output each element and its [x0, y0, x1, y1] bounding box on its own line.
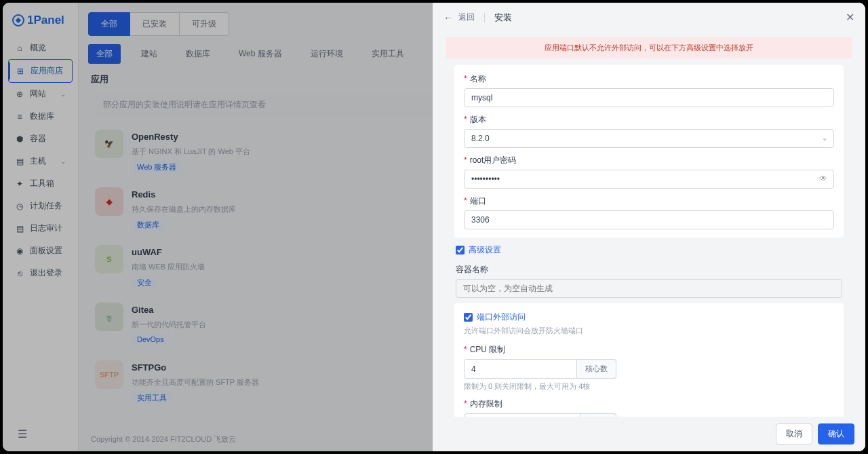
back-arrow-icon[interactable]: ←: [443, 12, 453, 23]
name-input[interactable]: [464, 88, 834, 107]
divider: [484, 13, 485, 22]
confirm-button[interactable]: 确认: [818, 423, 854, 444]
back-label[interactable]: 返回: [458, 12, 475, 23]
container-name-input[interactable]: [456, 279, 842, 298]
cpu-unit: 核心数: [577, 359, 616, 379]
cpu-hint: 限制为 0 则关闭限制，最大可用为 4核: [464, 381, 834, 392]
eye-icon[interactable]: 👁: [819, 174, 827, 183]
port-label: *端口: [464, 195, 834, 207]
install-drawer: ← 返回 安装 ✕ 应用端口默认不允许外部访问，可以在下方高级设置中选择放开 *…: [433, 3, 865, 451]
cpu-input[interactable]: [464, 359, 577, 379]
cpu-label: *CPU 限制: [464, 344, 834, 356]
cancel-button[interactable]: 取消: [776, 423, 812, 444]
external-port-label: 端口外部访问: [477, 311, 526, 323]
container-name-label: 容器名称: [456, 264, 842, 276]
name-label: *名称: [464, 73, 834, 85]
version-label: *版本: [464, 114, 834, 126]
memory-label: *内存限制: [464, 398, 834, 410]
close-icon[interactable]: ✕: [846, 11, 854, 24]
advanced-label: 高级设置: [469, 244, 501, 256]
drawer-title: 安装: [494, 12, 512, 24]
version-select[interactable]: [464, 129, 834, 148]
advanced-checkbox[interactable]: [456, 246, 465, 254]
rootpw-label: *root用户密码: [464, 155, 834, 166]
external-port-checkbox[interactable]: [464, 313, 473, 322]
port-input[interactable]: [464, 210, 834, 229]
rootpw-input[interactable]: [464, 170, 834, 189]
external-port-hint: 允许端口外部访问会放开防火墙端口: [464, 326, 834, 336]
warning-banner: 应用端口默认不允许外部访问，可以在下方高级设置中选择放开: [446, 37, 852, 58]
